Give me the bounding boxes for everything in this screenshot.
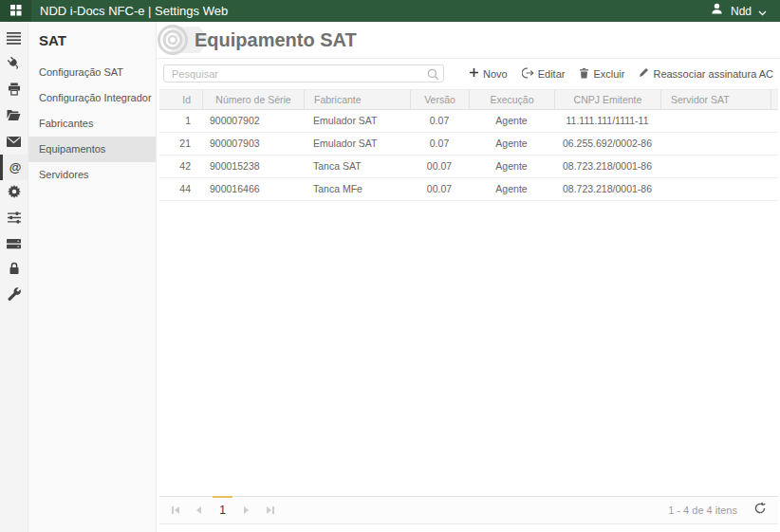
column-header[interactable]: Execução [469, 90, 554, 109]
novo-button[interactable]: Novo [469, 67, 508, 80]
menu-icon [7, 31, 21, 48]
toolbar-actions: Novo Editar Excluir Reassociar assinatur… [469, 67, 780, 81]
edit-icon [522, 67, 534, 81]
last-page-icon [267, 506, 271, 514]
module-folder[interactable] [0, 103, 28, 129]
table-cell [660, 110, 771, 132]
first-page-button[interactable] [163, 497, 187, 523]
next-page-icon [244, 506, 249, 514]
table-cell [660, 133, 771, 155]
previous-page-button[interactable] [187, 497, 211, 523]
module-printer[interactable] [0, 78, 28, 103]
app-title: NDD i-Docs NFC-e | Settings Web [40, 4, 228, 18]
user-name: Ndd [731, 5, 752, 18]
menu-button[interactable] [0, 27, 28, 52]
column-header[interactable]: CNPJ Emitente [554, 90, 660, 109]
page-header: Equipamento SAT [157, 22, 780, 59]
wrench-icon [8, 287, 21, 304]
table-cell: 900007902 [202, 110, 304, 132]
first-page-icon [175, 506, 179, 514]
user-icon [710, 2, 724, 20]
plug-icon [7, 56, 21, 74]
column-header[interactable]: Fabricante [304, 90, 410, 109]
table-cell: 06.255.692/0002-86 [554, 133, 660, 155]
column-header[interactable]: Id [159, 90, 202, 109]
sidebar-items: Configuração SATConfiguração IntegradorF… [28, 60, 156, 188]
module-icon-strip: @ [0, 22, 28, 532]
module-security[interactable] [0, 257, 28, 283]
search-icon [427, 67, 439, 84]
module-plug[interactable] [0, 52, 28, 78]
column-header[interactable]: Servidor SAT [660, 90, 771, 109]
waffle-icon [10, 3, 22, 20]
table-cell: 42 [159, 156, 202, 177]
table-cell: Emulador SAT [304, 110, 410, 132]
user-menu[interactable]: Ndd [710, 2, 780, 20]
printer-icon [8, 83, 21, 100]
module-settings[interactable] [0, 180, 28, 206]
concentric-circles-icon [157, 24, 189, 59]
module-tools[interactable] [0, 283, 28, 308]
table-cell: 0.07 [410, 110, 469, 132]
next-page-button[interactable] [234, 497, 258, 523]
top-bar: NDD i-Docs NFC-e | Settings Web Ndd [0, 0, 780, 22]
pager-info: 1 - 4 de 4 itens [668, 502, 778, 519]
table-cell: 1 [159, 110, 202, 132]
module-parameters[interactable] [0, 206, 28, 231]
sidebar-item-0[interactable]: Configuração SAT [28, 60, 156, 85]
module-nfce-selected[interactable]: @ [0, 155, 28, 180]
refresh-button[interactable] [753, 502, 767, 519]
refresh-icon [753, 502, 767, 519]
table-row[interactable]: 44900016466Tanca MFe00.07Agente08.723.21… [159, 178, 778, 201]
search-input[interactable] [163, 64, 444, 83]
table-row[interactable]: 1900007902Emulador SAT0.07Agente11.111.1… [159, 110, 778, 133]
table-cell: 900016466 [202, 178, 304, 200]
table-cell [660, 178, 771, 200]
table-cell: Agente [469, 133, 554, 155]
table-row[interactable]: 42900015238Tanca SAT00.07Agente08.723.21… [159, 156, 778, 178]
sidebar-title: SAT [28, 22, 156, 60]
module-servers[interactable] [0, 231, 28, 257]
page-number-current[interactable]: 1 [211, 497, 234, 523]
table-cell: 900015238 [202, 156, 304, 177]
toolbar: Novo Editar Excluir Reassociar assinatur… [157, 58, 780, 89]
sidebar: SAT Configuração SATConfiguração Integra… [28, 22, 157, 532]
at-sign-icon: @ [9, 160, 22, 174]
editar-label: Editar [538, 68, 566, 80]
table-cell-filler [771, 133, 778, 155]
table-body: 1900007902Emulador SAT0.07Agente11.111.1… [159, 110, 778, 201]
table-cell-filler [771, 178, 778, 200]
server-icon [7, 236, 21, 253]
table-cell: 0.07 [410, 133, 469, 155]
table-cell: 44 [159, 178, 202, 200]
module-mail[interactable] [0, 129, 28, 155]
pager-summary: 1 - 4 de 4 itens [668, 504, 737, 516]
table-cell: 08.723.218/0001-86 [554, 178, 660, 200]
sidebar-item-3[interactable]: Equipamentos [28, 137, 156, 162]
table-cell: 900007903 [202, 133, 304, 155]
sidebar-item-2[interactable]: Fabricantes [28, 111, 156, 137]
last-page-button[interactable] [258, 497, 282, 523]
table-row[interactable]: 21900007903Emulador SAT0.07Agente06.255.… [159, 133, 778, 156]
table-cell-filler [771, 156, 778, 177]
pager-buttons: 1 [159, 497, 282, 523]
table-cell: 11.111.111/1111-11 [554, 110, 660, 132]
lock-icon [9, 262, 20, 279]
column-header[interactable]: Número de Série [202, 90, 304, 109]
table-cell: Tanca SAT [304, 156, 410, 177]
column-header[interactable]: Versão [410, 90, 469, 109]
table-cell: Tanca MFe [304, 178, 410, 200]
sidebar-item-1[interactable]: Configuração Integrador [28, 85, 156, 111]
reassociar-button[interactable]: Reassociar assinatura AC [639, 67, 773, 80]
plus-icon [469, 67, 479, 80]
pager: 1 1 - 4 de 4 itens [159, 496, 778, 524]
editar-button[interactable]: Editar [522, 67, 566, 81]
sliders-icon [8, 211, 21, 228]
page-title: Equipamento SAT [195, 29, 357, 51]
main-content: Equipamento SAT Novo Editar [157, 22, 780, 532]
excluir-button[interactable]: Excluir [579, 67, 624, 81]
chevron-down-icon [758, 3, 767, 20]
app-launcher-button[interactable] [0, 0, 31, 22]
table-cell: Agente [469, 110, 554, 132]
sidebar-item-4[interactable]: Servidores [28, 162, 156, 188]
